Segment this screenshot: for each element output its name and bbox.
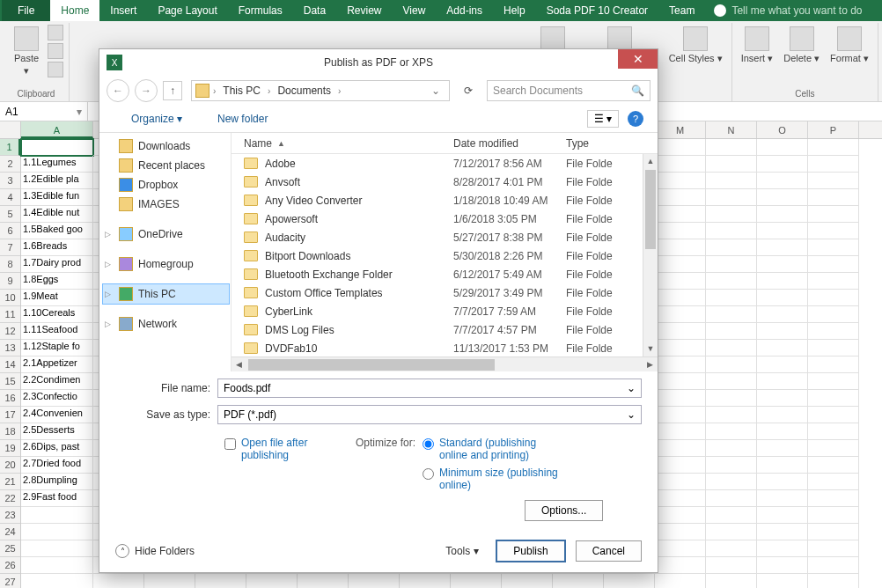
copy-button[interactable] bbox=[48, 43, 63, 59]
cell[interactable] bbox=[808, 540, 859, 557]
cell[interactable] bbox=[655, 306, 706, 323]
file-row[interactable]: Apowersoft1/6/2018 3:05 PMFile Folde bbox=[232, 209, 658, 228]
publish-button[interactable]: Publish bbox=[496, 540, 564, 562]
cell[interactable] bbox=[604, 574, 655, 588]
format-painter-button[interactable] bbox=[48, 62, 63, 77]
tree-node[interactable]: Recent places bbox=[103, 156, 229, 175]
cell[interactable] bbox=[655, 290, 706, 306]
cell[interactable] bbox=[808, 574, 859, 588]
name-box[interactable]: A1▾ bbox=[0, 102, 88, 121]
cell[interactable] bbox=[706, 139, 757, 156]
cell[interactable]: 1.6Breads bbox=[21, 239, 93, 256]
cell[interactable] bbox=[808, 290, 859, 306]
scroll-up-icon[interactable]: ▲ bbox=[643, 154, 658, 169]
cell[interactable] bbox=[349, 574, 400, 588]
options-button[interactable]: Options... bbox=[525, 500, 603, 521]
cell[interactable] bbox=[808, 507, 859, 524]
row-header[interactable]: 20 bbox=[0, 457, 20, 474]
tab-review[interactable]: Review bbox=[336, 0, 392, 21]
cell[interactable] bbox=[757, 189, 808, 206]
cell[interactable] bbox=[655, 457, 706, 474]
row-header[interactable]: 26 bbox=[0, 557, 20, 574]
expand-icon[interactable]: ▷ bbox=[105, 230, 111, 239]
cell[interactable] bbox=[757, 356, 808, 373]
cell[interactable] bbox=[21, 507, 93, 524]
insert-cells-button[interactable]: Insert ▾ bbox=[738, 25, 777, 65]
column-header[interactable]: A bbox=[21, 121, 93, 138]
row-header[interactable]: 13 bbox=[0, 340, 20, 356]
tab-soda-pdf[interactable]: Soda PDF 10 Creator bbox=[536, 0, 658, 21]
tab-addins[interactable]: Add-ins bbox=[436, 0, 493, 21]
chevron-down-icon[interactable]: ⌄ bbox=[627, 408, 636, 421]
row-header[interactable]: 5 bbox=[0, 206, 20, 223]
cell[interactable] bbox=[757, 323, 808, 340]
cell[interactable] bbox=[655, 474, 706, 490]
cell-styles-button[interactable]: Cell Styles ▾ bbox=[665, 25, 726, 65]
cell[interactable] bbox=[706, 323, 757, 340]
cell[interactable]: 1.12Staple fo bbox=[21, 340, 93, 356]
cell[interactable] bbox=[655, 340, 706, 356]
cell[interactable] bbox=[706, 373, 757, 390]
cell[interactable] bbox=[706, 490, 757, 507]
tab-team[interactable]: Team bbox=[658, 0, 705, 21]
cell[interactable] bbox=[757, 139, 808, 156]
column-type[interactable]: Type bbox=[566, 137, 658, 150]
refresh-button[interactable]: ⟳ bbox=[459, 81, 478, 100]
cell[interactable] bbox=[706, 474, 757, 490]
cell[interactable] bbox=[655, 574, 706, 588]
column-date[interactable]: Date modified bbox=[453, 137, 566, 150]
cell[interactable] bbox=[757, 407, 808, 423]
cell[interactable]: 1.9Meat bbox=[21, 290, 93, 306]
cell[interactable] bbox=[808, 557, 859, 574]
cell[interactable]: 2.3Confectio bbox=[21, 390, 93, 407]
cell[interactable] bbox=[757, 457, 808, 474]
cell[interactable] bbox=[706, 457, 757, 474]
cell[interactable] bbox=[21, 574, 93, 588]
cell[interactable] bbox=[93, 574, 144, 588]
scroll-right-icon[interactable]: ▶ bbox=[643, 360, 658, 369]
paste-button[interactable]: Paste▾ bbox=[9, 25, 44, 77]
row-header[interactable]: 9 bbox=[0, 273, 20, 290]
cell[interactable] bbox=[451, 574, 502, 588]
file-row[interactable]: Any Video Converter1/18/2018 10:49 AMFil… bbox=[232, 191, 658, 209]
cell[interactable] bbox=[808, 139, 859, 156]
tools-dropdown[interactable]: Tools▾ bbox=[445, 545, 479, 557]
cell[interactable] bbox=[757, 440, 808, 457]
cell[interactable] bbox=[706, 173, 757, 189]
cell[interactable] bbox=[655, 540, 706, 557]
cell[interactable] bbox=[757, 256, 808, 273]
cell[interactable]: 1.7Dairy prod bbox=[21, 256, 93, 273]
cell[interactable] bbox=[706, 390, 757, 407]
cell[interactable] bbox=[757, 557, 808, 574]
row-header[interactable]: 27 bbox=[0, 574, 20, 588]
cell[interactable] bbox=[808, 474, 859, 490]
tree-node[interactable]: ▷Network bbox=[103, 314, 229, 334]
cell[interactable] bbox=[757, 306, 808, 323]
tree-node[interactable]: Dropbox bbox=[103, 175, 229, 195]
view-mode-button[interactable]: ☰ ▾ bbox=[587, 110, 619, 128]
cell[interactable] bbox=[706, 407, 757, 423]
row-header[interactable]: 10 bbox=[0, 290, 20, 306]
cell[interactable] bbox=[757, 490, 808, 507]
cut-button[interactable] bbox=[48, 25, 63, 40]
horizontal-scrollbar[interactable]: ◀ ▶ bbox=[232, 356, 658, 371]
cell[interactable] bbox=[808, 457, 859, 474]
file-row[interactable]: Bitport Downloads5/30/2018 2:26 PMFile F… bbox=[232, 246, 658, 265]
vertical-scrollbar[interactable]: ▲ ▼ bbox=[643, 154, 658, 356]
tree-node[interactable]: ▷This PC bbox=[103, 284, 229, 304]
row-header[interactable]: 23 bbox=[0, 507, 20, 524]
cell[interactable] bbox=[808, 156, 859, 173]
cell[interactable] bbox=[706, 273, 757, 290]
cell[interactable] bbox=[808, 189, 859, 206]
cell[interactable]: 2.6Dips, past bbox=[21, 440, 93, 457]
tab-insert[interactable]: Insert bbox=[99, 0, 147, 21]
cell[interactable] bbox=[706, 290, 757, 306]
row-header[interactable]: 25 bbox=[0, 540, 20, 557]
file-row[interactable]: Anvsoft8/28/2017 4:01 PMFile Folde bbox=[232, 173, 658, 191]
cell[interactable] bbox=[808, 440, 859, 457]
row-header[interactable]: 18 bbox=[0, 423, 20, 440]
tab-file[interactable]: File bbox=[2, 0, 50, 21]
cell[interactable] bbox=[195, 574, 246, 588]
tree-node[interactable]: IMAGES bbox=[103, 195, 229, 214]
row-header[interactable]: 19 bbox=[0, 440, 20, 457]
